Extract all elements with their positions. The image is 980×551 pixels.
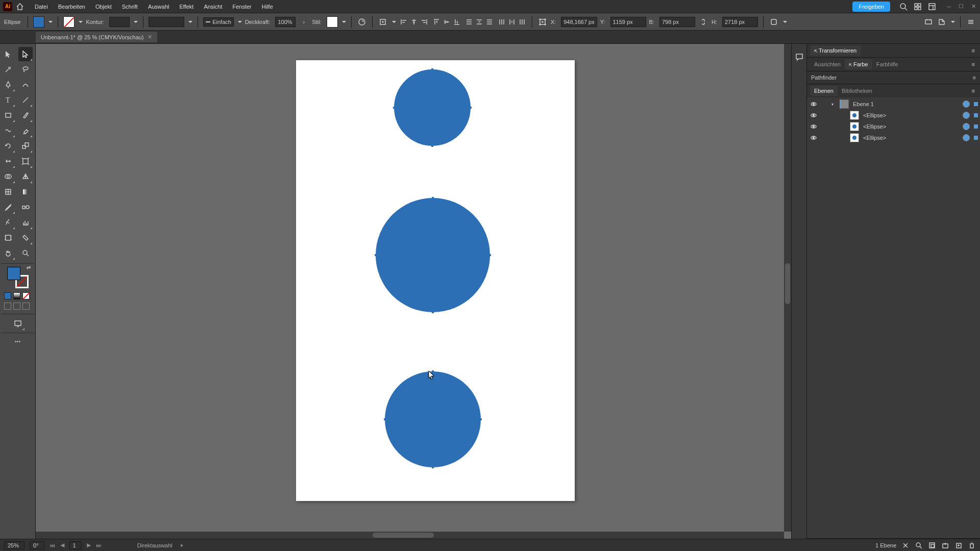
color-mode-icon[interactable] bbox=[4, 292, 11, 299]
fill-color-box[interactable] bbox=[7, 267, 20, 280]
symbol-sprayer-tool[interactable] bbox=[1, 215, 15, 230]
menu-ansicht[interactable]: Ansicht bbox=[199, 2, 227, 12]
align-right-icon[interactable] bbox=[420, 17, 429, 27]
panel-menu-icon[interactable]: ≡ bbox=[970, 88, 977, 94]
workspace-icon[interactable] bbox=[926, 1, 938, 13]
draw-inside-icon[interactable] bbox=[22, 303, 30, 310]
panel-tab-farbhilfe[interactable]: Farbhilfe bbox=[872, 59, 902, 69]
horizontal-scrollbar[interactable] bbox=[36, 532, 784, 539]
visibility-icon[interactable] bbox=[809, 123, 818, 130]
maximize-icon[interactable]: ☐ bbox=[958, 3, 965, 10]
comments-icon[interactable] bbox=[793, 51, 805, 63]
x-field[interactable]: 948,1667 px bbox=[561, 17, 597, 27]
distribute-hcenter-icon[interactable] bbox=[507, 17, 517, 27]
stroke-profile-dropdown-icon[interactable] bbox=[188, 21, 192, 23]
search-icon[interactable] bbox=[897, 1, 910, 13]
shape-builder-tool[interactable] bbox=[1, 169, 15, 184]
layer-target-icon[interactable] bbox=[963, 101, 970, 108]
panel-menu-icon[interactable]: ≡ bbox=[973, 74, 976, 81]
layer-row-item[interactable]: <Ellipse> bbox=[807, 132, 980, 143]
artboard-nav-next-icon[interactable]: ▶ bbox=[87, 542, 91, 548]
brush-dropdown-icon[interactable] bbox=[238, 21, 242, 23]
menu-bearbeiten[interactable]: Bearbeiten bbox=[53, 2, 90, 12]
opacity-more-icon[interactable]: › bbox=[299, 17, 309, 27]
shaper-tool[interactable] bbox=[1, 123, 15, 138]
ellipse-shape[interactable] bbox=[376, 198, 490, 312]
align-to-dropdown-icon[interactable] bbox=[392, 21, 396, 23]
eraser-tool[interactable] bbox=[18, 123, 33, 138]
delete-layer-icon[interactable] bbox=[968, 541, 976, 549]
panel-menu-icon[interactable]: ≡ bbox=[970, 61, 977, 67]
artboard-number-field[interactable]: 1 bbox=[69, 541, 82, 549]
y-field[interactable]: 1159 px bbox=[610, 17, 646, 27]
layer-name-label[interactable]: <Ellipse> bbox=[861, 135, 961, 141]
align-to-icon[interactable] bbox=[378, 17, 388, 27]
fill-stroke-control[interactable]: ⇄ bbox=[7, 267, 29, 288]
draw-normal-icon[interactable] bbox=[4, 303, 11, 310]
eyedropper-tool[interactable] bbox=[1, 200, 15, 214]
home-icon[interactable] bbox=[15, 2, 24, 11]
tab-close-icon[interactable]: ✕ bbox=[148, 34, 152, 40]
link-wh-icon[interactable] bbox=[698, 17, 708, 27]
align-top-icon[interactable] bbox=[432, 17, 441, 27]
direct-selection-tool[interactable] bbox=[18, 47, 33, 61]
document-tab[interactable]: Unbenannt-1* @ 25 % (CMYK/Vorschau) ✕ bbox=[36, 32, 157, 42]
type-tool[interactable]: T bbox=[1, 93, 15, 107]
stroke-swatch[interactable] bbox=[63, 16, 75, 28]
curvature-tool[interactable] bbox=[18, 78, 33, 92]
menu-auswahl[interactable]: Auswahl bbox=[143, 2, 175, 12]
menu-objekt[interactable]: Objekt bbox=[90, 2, 117, 12]
edit-toolbar-icon[interactable]: ••• bbox=[0, 335, 35, 347]
share-button[interactable]: Freigeben bbox=[852, 2, 890, 12]
layer-name-label[interactable]: <Ellipse> bbox=[861, 112, 961, 118]
clip-mask-icon[interactable] bbox=[928, 541, 936, 549]
blend-tool[interactable] bbox=[18, 200, 33, 214]
style-dropdown-icon[interactable] bbox=[342, 21, 346, 23]
layer-row-item[interactable]: <Ellipse> bbox=[807, 110, 980, 121]
rotation-field[interactable]: 0° bbox=[30, 541, 44, 549]
w-field[interactable]: 798 px bbox=[659, 17, 695, 27]
panel-tab-ausrichten[interactable]: Ausrichten bbox=[810, 59, 845, 69]
stroke-dropdown-icon[interactable] bbox=[79, 21, 83, 23]
distribute-left-icon[interactable] bbox=[497, 17, 506, 27]
align-vcenter-icon[interactable] bbox=[442, 17, 451, 27]
visibility-icon[interactable] bbox=[809, 101, 818, 108]
width-tool[interactable] bbox=[1, 154, 15, 168]
new-sublayer-icon[interactable] bbox=[941, 541, 949, 549]
layer-row-item[interactable]: <Ellipse> bbox=[807, 121, 980, 132]
align-hcenter-icon[interactable] bbox=[409, 17, 419, 27]
draw-behind-icon[interactable] bbox=[13, 303, 20, 310]
menu-datei[interactable]: Datei bbox=[30, 2, 53, 12]
layer-target-icon[interactable] bbox=[963, 123, 970, 130]
transform-reference-icon[interactable] bbox=[537, 17, 548, 27]
panel-pathfinder[interactable]: Pathfinder ≡ bbox=[807, 71, 980, 84]
hand-tool[interactable] bbox=[1, 246, 15, 260]
artboard-nav-last-icon[interactable]: ⏭ bbox=[96, 542, 102, 548]
distribute-right-icon[interactable] bbox=[518, 17, 527, 27]
artboard[interactable] bbox=[296, 60, 575, 501]
status-dropdown-icon[interactable]: ▸ bbox=[181, 542, 184, 548]
fill-dropdown-icon[interactable] bbox=[48, 21, 53, 23]
expand-icon[interactable]: ▾ bbox=[831, 102, 838, 107]
visibility-icon[interactable] bbox=[809, 134, 818, 141]
menu-schrift[interactable]: Schrift bbox=[117, 2, 143, 12]
rotate-tool[interactable] bbox=[1, 139, 15, 153]
edit-inside-icon[interactable] bbox=[937, 17, 947, 27]
gradient-tool[interactable] bbox=[18, 185, 33, 199]
layer-target-icon[interactable] bbox=[963, 112, 970, 119]
ellipse-shape[interactable] bbox=[394, 69, 471, 146]
paintbrush-tool[interactable] bbox=[18, 108, 33, 122]
magic-wand-tool[interactable] bbox=[1, 62, 15, 77]
graphic-style-swatch[interactable] bbox=[327, 16, 338, 28]
distribute-vcenter-icon[interactable] bbox=[475, 17, 484, 27]
panel-menu-icon[interactable]: ≡ bbox=[970, 47, 977, 54]
menu-fenster[interactable]: Fenster bbox=[227, 2, 256, 12]
fill-swatch[interactable] bbox=[33, 16, 44, 28]
perspective-tool[interactable] bbox=[18, 169, 33, 184]
new-layer-icon[interactable] bbox=[954, 541, 963, 549]
edit-dropdown-icon[interactable] bbox=[951, 21, 955, 23]
canvas-viewport[interactable] bbox=[36, 44, 791, 539]
layer-name-label[interactable]: <Ellipse> bbox=[861, 123, 961, 130]
selection-tool[interactable] bbox=[1, 47, 15, 61]
minimize-icon[interactable]: ─ bbox=[945, 3, 952, 10]
